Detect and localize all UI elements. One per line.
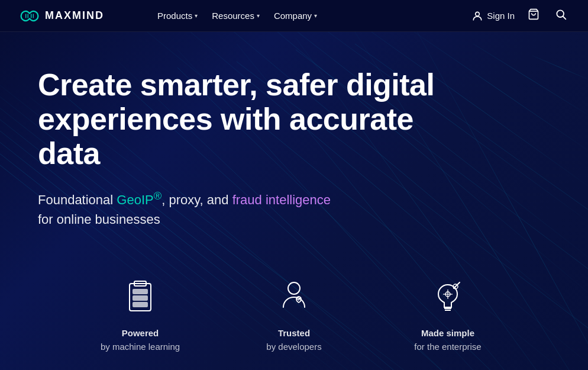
logo-icon	[19, 9, 40, 23]
feature-developers: Trusted by developers	[217, 277, 371, 353]
nav-right: Sign In	[471, 6, 569, 25]
navbar: MAXMIND Products ▾ Resources ▾ Company ▾…	[0, 0, 588, 32]
nav-resources[interactable]: Resources ▾	[206, 7, 266, 24]
feature-ml-line2: by machine learning	[101, 340, 180, 354]
developer-icon-container	[273, 277, 315, 318]
svg-point-41	[288, 282, 300, 294]
hero-content: Create smarter, safer digital experience…	[38, 67, 452, 229]
svg-rect-38	[133, 289, 147, 294]
hero-title: Create smarter, safer digital experience…	[38, 67, 452, 171]
signin-link[interactable]: Sign In	[471, 10, 515, 22]
feature-dev-line2: by developers	[266, 340, 321, 354]
feature-ml-label: Powered by machine learning	[101, 327, 180, 353]
feature-enterprise-line1: Made simple	[414, 327, 481, 340]
subtitle-text-3: for online businesses	[38, 212, 160, 227]
nav-products[interactable]: Products ▾	[151, 7, 203, 24]
logo-link[interactable]: MAXMIND	[19, 9, 104, 23]
cart-button[interactable]	[525, 6, 542, 25]
hero-subtitle: Foundational GeoIP®, proxy, and fraud in…	[38, 188, 452, 229]
feature-dev-label: Trusted by developers	[266, 327, 321, 353]
chevron-down-icon: ▾	[195, 12, 198, 19]
svg-rect-40	[133, 303, 147, 307]
nav-company[interactable]: Company ▾	[268, 7, 323, 24]
subtitle-text-1: Foundational	[38, 192, 117, 207]
subtitle-text-2: , proxy, and	[161, 192, 232, 207]
chevron-down-icon: ▾	[257, 12, 260, 19]
hero-section: Create smarter, safer digital experience…	[0, 32, 588, 370]
fraud-highlight: fraud intelligence	[232, 192, 331, 207]
feature-enterprise: Made simple for the enterprise	[371, 277, 525, 353]
battery-icon	[121, 279, 159, 317]
nav-links: Products ▾ Resources ▾ Company ▾	[151, 7, 323, 24]
logo-text: MAXMIND	[45, 9, 104, 22]
svg-point-0	[476, 12, 480, 16]
feature-ml-line1: Powered	[101, 327, 180, 340]
gear-icon-container	[427, 277, 469, 318]
svg-line-3	[563, 17, 566, 20]
battery-icon-container	[119, 277, 161, 318]
feature-machine-learning: Powered by machine learning	[63, 277, 217, 353]
gear-icon	[429, 279, 467, 317]
svg-line-29	[532, 56, 588, 79]
svg-rect-39	[133, 296, 147, 300]
chevron-down-icon: ▾	[314, 12, 317, 19]
feature-dev-line1: Trusted	[266, 327, 321, 340]
cart-icon	[528, 8, 539, 20]
feature-enterprise-line2: for the enterprise	[414, 340, 481, 354]
search-button[interactable]	[553, 6, 569, 25]
account-icon	[471, 10, 483, 22]
svg-line-28	[473, 44, 588, 115]
developer-icon	[275, 279, 313, 317]
svg-line-47	[454, 282, 460, 288]
feature-enterprise-label: Made simple for the enterprise	[414, 327, 481, 353]
geoip-highlight: GeoIP®	[117, 192, 161, 207]
feature-strip: Powered by machine learning Truste	[0, 265, 588, 370]
search-icon	[555, 8, 567, 20]
